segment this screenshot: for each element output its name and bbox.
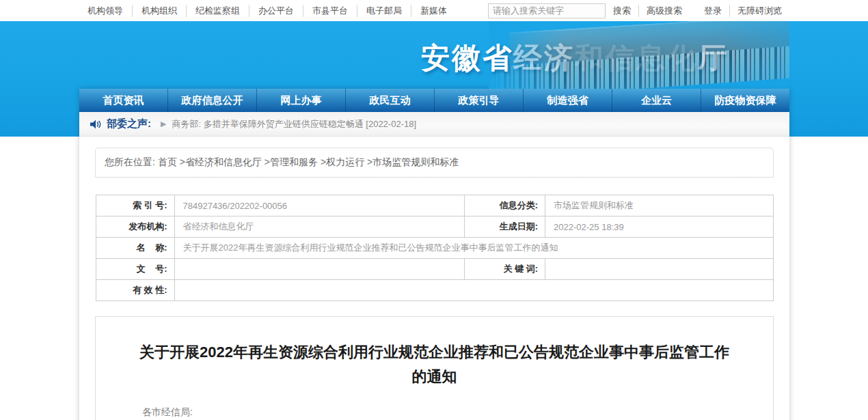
breadcrumb-item-power[interactable]: 权力运行 [326, 156, 372, 169]
speaker-icon [90, 120, 101, 129]
topbar-link-office-platform[interactable]: 办公平台 [249, 5, 303, 17]
article-title: 关于开展2022年再生资源综合利用行业规范企业推荐和已公告规范企业事中事后监管工… [137, 340, 732, 390]
ticker-arrow-icon: ▶ [161, 120, 166, 128]
nav-item-interaction[interactable]: 政民互动 [345, 89, 434, 112]
site-title-tail: 厅 [698, 42, 729, 74]
topbar-links: 机构领导 机构组织 纪检监察组 办公平台 市县平台 电子邮局 新媒体 [79, 5, 456, 17]
nav-item-gov-info[interactable]: 政府信息公开 [167, 89, 256, 112]
topbar-link-org-leaders[interactable]: 机构领导 [79, 5, 133, 17]
doc-number-value [174, 259, 465, 280]
table-row: 发布机构: 省经济和信息化厅 生成日期: 2022-02-25 18:39 [96, 216, 773, 238]
article-container: 关于开展2022年再生资源综合利用行业规范企业推荐和已公告规范企业事中事后监管工… [95, 316, 774, 420]
breadcrumb-item-dept[interactable]: 省经济和信息化厅 [185, 156, 270, 169]
top-utility-bar: 机构领导 机构组织 纪检监察组 办公平台 市县平台 电子邮局 新媒体 搜索 高级… [0, 0, 868, 21]
topbar-link-email[interactable]: 电子邮局 [357, 5, 411, 17]
validity-label: 有 效 性: [96, 280, 174, 301]
news-ticker: 部委之声: ▶ 商务部: 多措并举保障外贸产业链供应链稳定畅通 [2022-02… [79, 112, 789, 137]
nav-item-policy-guide[interactable]: 政策引导 [434, 89, 523, 112]
table-row: 有 效 性: [96, 280, 773, 301]
publish-org-value: 省经济和信息化厅 [174, 216, 465, 238]
topbar-link-org-structure[interactable]: 机构组织 [133, 5, 187, 17]
doc-number-label: 文 号: [96, 259, 174, 280]
ticker-news-link[interactable]: 商务部: 多措并举保障外贸产业链供应链稳定畅通 [2022-02-18] [172, 118, 416, 130]
login-link[interactable]: 登录 [696, 5, 730, 17]
breadcrumb-item-manage[interactable]: 管理和服务 [270, 156, 326, 169]
topbar-link-new-media[interactable]: 新媒体 [411, 5, 456, 17]
site-title: 安徽省经济和信息化厅 [421, 39, 729, 77]
site-title-faded: 经济 [513, 42, 575, 74]
doc-name-label: 名 称: [96, 238, 174, 259]
document-meta-table: 索 引 号: 784927436/202202-00056 信息分类: 市场监管… [96, 195, 774, 301]
nav-item-epidemic-supplies[interactable]: 防疫物资保障 [701, 89, 789, 112]
site-title-main: 安徽省 [421, 42, 513, 74]
keyword-label: 关 键 词: [465, 259, 545, 280]
doc-name-value: 关于开展2022年再生资源综合利用行业规范企业推荐和已公告规范企业事中事后监管工… [174, 238, 773, 259]
index-number-label: 索 引 号: [96, 195, 174, 216]
main-navigation: 首页资讯 政府信息公开 网上办事 政民互动 政策引导 制造强省 企业云 防疫物资… [79, 89, 789, 112]
nav-item-home-news[interactable]: 首页资讯 [79, 89, 167, 112]
search-input[interactable] [488, 3, 606, 18]
main-content: 您所在位置: 首页 省经济和信息化厅 管理和服务 权力运行 市场监管规则和标准 … [79, 137, 789, 420]
breadcrumb: 您所在位置: 首页 省经济和信息化厅 管理和服务 权力运行 市场监管规则和标准 [95, 148, 774, 178]
breadcrumb-prefix: 您所在位置: [105, 156, 155, 169]
nav-item-online-service[interactable]: 网上办事 [256, 89, 345, 112]
info-category-value: 市场监管规则和标准 [545, 195, 773, 216]
create-date-value: 2022-02-25 18:39 [545, 216, 773, 238]
ticker-section-label: 部委之声: [107, 117, 151, 130]
topbar-link-city-platform[interactable]: 市县平台 [303, 5, 357, 17]
page-wrapper: 安徽省经济和信息化厅 首页资讯 政府信息公开 网上办事 政民互动 政策引导 制造… [79, 21, 789, 420]
validity-value [174, 280, 773, 301]
index-number-value: 784927436/202202-00056 [174, 195, 465, 216]
site-banner: 安徽省经济和信息化厅 [79, 21, 789, 89]
topbar-link-discipline[interactable]: 纪检监察组 [187, 5, 249, 17]
site-title-ghost: 和信息化 [575, 42, 698, 74]
table-row: 索 引 号: 784927436/202202-00056 信息分类: 市场监管… [96, 195, 773, 216]
breadcrumb-item-home[interactable]: 首页 [158, 156, 185, 169]
content-sheet: 首页资讯 政府信息公开 网上办事 政民互动 政策引导 制造强省 企业云 防疫物资… [79, 89, 789, 420]
nav-item-enterprise-cloud[interactable]: 企业云 [612, 89, 701, 112]
nav-item-manufacturing[interactable]: 制造强省 [523, 89, 612, 112]
create-date-label: 生成日期: [465, 216, 545, 238]
keyword-value [545, 259, 773, 280]
topbar-search-area: 搜索 高级搜索 登录 无障碍浏览 [488, 3, 789, 18]
table-row: 名 称: 关于开展2022年再生资源综合利用行业规范企业推荐和已公告规范企业事中… [96, 238, 773, 259]
table-row: 文 号: 关 键 词: [96, 259, 773, 280]
breadcrumb-item-category[interactable]: 市场监管规则和标准 [372, 156, 459, 169]
publish-org-label: 发布机构: [96, 216, 174, 238]
advanced-search-link[interactable]: 高级搜索 [639, 5, 690, 17]
info-category-label: 信息分类: [465, 195, 545, 216]
accessibility-link[interactable]: 无障碍浏览 [730, 5, 789, 17]
article-salutation: 各市经信局: [123, 406, 746, 419]
search-button[interactable]: 搜索 [606, 5, 639, 17]
